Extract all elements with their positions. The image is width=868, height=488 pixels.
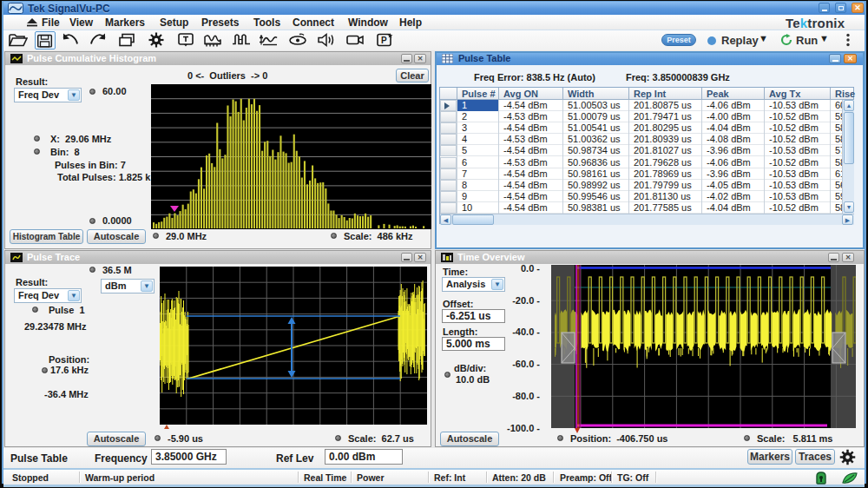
svg-text:P: P [381,36,387,45]
